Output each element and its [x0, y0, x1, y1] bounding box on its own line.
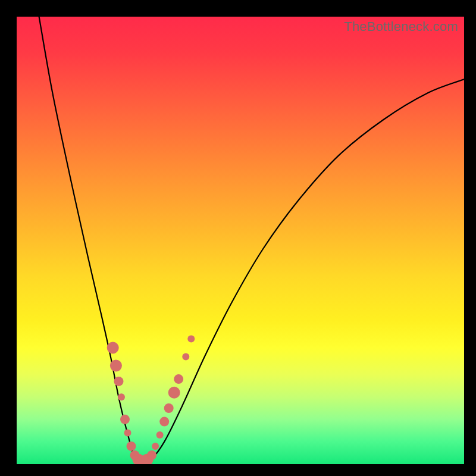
curve-marker — [147, 450, 156, 460]
curve-marker — [107, 342, 119, 354]
curve-marker — [156, 431, 164, 439]
bottleneck-curve-svg — [17, 17, 464, 464]
curve-marker — [168, 387, 180, 399]
curve-marker — [110, 360, 122, 372]
curve-marker — [159, 417, 169, 427]
chart-frame: TheBottleneck.com — [0, 0, 476, 476]
curve-marker — [164, 403, 174, 413]
curve-marker — [120, 415, 130, 424]
curve-marker — [118, 393, 125, 400]
curve-marker — [182, 353, 189, 361]
bottleneck-curve — [39, 17, 464, 462]
curve-marker — [187, 335, 195, 342]
curve-marker — [114, 377, 124, 386]
curve-marker — [152, 443, 159, 450]
curve-marker — [127, 441, 136, 451]
plot-area: TheBottleneck.com — [17, 17, 464, 464]
curve-marker — [124, 429, 131, 436]
curve-marker — [174, 374, 183, 384]
curve-markers — [107, 335, 195, 464]
